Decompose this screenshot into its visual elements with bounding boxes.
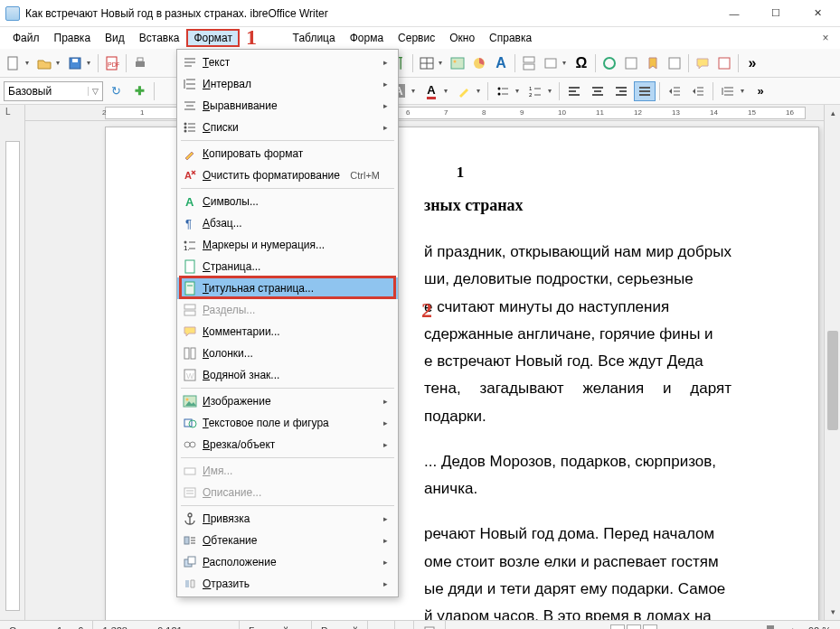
menu-format[interactable]: Формат bbox=[186, 29, 240, 47]
menu-edit[interactable]: Правка bbox=[47, 29, 99, 47]
font-color2-button[interactable]: A bbox=[420, 81, 442, 101]
menu-item-arrange[interactable]: Расположение▸ bbox=[177, 551, 398, 573]
dropdown-icon[interactable]: ▾ bbox=[411, 87, 419, 95]
dropdown-icon[interactable]: ▾ bbox=[56, 59, 63, 67]
single-page-view[interactable] bbox=[610, 624, 625, 630]
zoom-thumb[interactable] bbox=[767, 625, 774, 630]
toolbar2-overflow[interactable]: » bbox=[750, 81, 771, 101]
dropdown-icon[interactable]: ▾ bbox=[548, 87, 555, 95]
status-selection-mode[interactable] bbox=[395, 621, 414, 629]
bookmark-button[interactable] bbox=[643, 53, 663, 73]
menu-form[interactable]: Форма bbox=[343, 29, 391, 47]
comment-button[interactable] bbox=[693, 53, 713, 73]
menu-table[interactable]: Таблица bbox=[286, 29, 343, 47]
indent-inc-button[interactable] bbox=[664, 81, 685, 101]
scroll-down-icon[interactable]: ▾ bbox=[825, 604, 840, 620]
track-changes-button[interactable] bbox=[714, 53, 734, 73]
dropdown-icon[interactable]: ▾ bbox=[515, 87, 523, 95]
status-insert-mode[interactable] bbox=[368, 621, 395, 629]
menubar-close-doc[interactable]: × bbox=[816, 32, 835, 44]
menu-item-anchor[interactable]: Привязка▸ bbox=[177, 508, 398, 530]
menu-item-flip[interactable]: Отразить▸ bbox=[177, 573, 398, 595]
zoom-out-button[interactable]: − bbox=[663, 625, 675, 630]
close-button[interactable]: ✕ bbox=[797, 1, 838, 26]
menu-help[interactable]: Справка bbox=[482, 29, 539, 47]
scroll-thumb[interactable] bbox=[827, 331, 838, 430]
menu-item-para[interactable]: ¶Абзац... bbox=[177, 212, 398, 234]
open-button[interactable] bbox=[34, 53, 54, 73]
page-break-button[interactable] bbox=[519, 53, 539, 73]
dropdown-icon[interactable]: ▾ bbox=[87, 59, 94, 67]
status-style[interactable]: Базовый bbox=[240, 621, 312, 629]
menu-item-columns[interactable]: Колонки... bbox=[177, 343, 398, 364]
new-doc-button[interactable] bbox=[4, 53, 24, 73]
dropdown-icon[interactable]: ▾ bbox=[741, 87, 748, 95]
align-right-button[interactable] bbox=[610, 81, 632, 101]
image-button[interactable] bbox=[448, 53, 467, 73]
menu-item-bullets[interactable]: 1.Маркеры и нумерация... bbox=[177, 234, 398, 256]
dropdown-icon[interactable]: ▾ bbox=[444, 87, 451, 95]
maximize-button[interactable]: ☐ bbox=[755, 1, 797, 26]
horizontal-ruler[interactable]: 211234567891011121314151617 bbox=[25, 105, 824, 121]
status-page[interactable]: Страница 1 из 6 bbox=[0, 621, 93, 629]
line-spacing-button[interactable] bbox=[717, 81, 739, 101]
indent-dec-button[interactable] bbox=[687, 81, 709, 101]
chart-button[interactable] bbox=[469, 53, 489, 73]
dropdown-icon[interactable]: ▾ bbox=[562, 59, 570, 67]
menu-item-frame[interactable]: Врезка/объект▸ bbox=[177, 434, 398, 455]
menu-view[interactable]: Вид bbox=[98, 29, 132, 47]
menu-tools[interactable]: Сервис bbox=[391, 29, 442, 47]
menu-window[interactable]: Окно bbox=[442, 29, 482, 47]
export-pdf-button[interactable]: PDF bbox=[102, 53, 122, 73]
book-view[interactable] bbox=[643, 624, 657, 630]
special-char-button[interactable]: Ω bbox=[571, 53, 591, 73]
align-center-button[interactable] bbox=[587, 81, 609, 101]
zoom-in-button[interactable]: + bbox=[786, 625, 798, 630]
menu-item-wrap[interactable]: Обтекание▸ bbox=[177, 530, 398, 551]
zoom-value[interactable]: 90 % bbox=[799, 621, 840, 629]
scroll-up-icon[interactable]: ▴ bbox=[825, 105, 840, 121]
menu-item-brush[interactable]: Копировать формат bbox=[177, 143, 398, 164]
menu-file[interactable]: Файл bbox=[5, 29, 47, 47]
status-signature[interactable] bbox=[414, 621, 446, 629]
hyperlink-button[interactable] bbox=[599, 53, 619, 73]
save-button[interactable] bbox=[65, 53, 85, 73]
cross-ref-button[interactable] bbox=[665, 53, 684, 73]
dropdown-icon[interactable]: ▾ bbox=[439, 59, 446, 67]
menu-item-shape[interactable]: Текстовое поле и фигура▸ bbox=[177, 412, 398, 434]
status-language[interactable]: Русский bbox=[312, 621, 368, 629]
menu-item-clear[interactable]: AОчистить форматированиеCtrl+M bbox=[177, 164, 398, 186]
menu-item-comment[interactable]: Комментарии... bbox=[177, 321, 398, 343]
status-wordcount[interactable]: 1 328 слов, 9 121 символов bbox=[93, 621, 240, 629]
menu-item-page[interactable]: Страница... bbox=[177, 256, 398, 277]
table-button[interactable] bbox=[417, 53, 437, 73]
menu-item-align[interactable]: Выравнивание▸ bbox=[177, 95, 398, 117]
numbering-button[interactable]: 12 bbox=[524, 81, 546, 101]
toolbar-overflow[interactable]: » bbox=[742, 53, 762, 73]
menu-item-image[interactable]: Изображение▸ bbox=[177, 390, 398, 412]
print-button[interactable] bbox=[130, 53, 150, 73]
menu-item-text[interactable]: Текст▸ bbox=[177, 52, 398, 73]
dropdown-icon[interactable]: ▽ bbox=[88, 87, 99, 96]
menu-item-char[interactable]: AСимволы... bbox=[177, 191, 398, 212]
field-button[interactable] bbox=[541, 53, 561, 73]
multi-page-view[interactable] bbox=[627, 624, 641, 630]
dropdown-icon[interactable]: ▾ bbox=[25, 59, 33, 67]
menu-insert[interactable]: Вставка bbox=[132, 29, 187, 47]
menu-item-titlepage[interactable]: Титульная страница... bbox=[177, 277, 398, 299]
menu-item-spacing[interactable]: Интервал▸ bbox=[177, 73, 398, 95]
align-justify-button[interactable] bbox=[634, 81, 656, 101]
vertical-ruler[interactable] bbox=[5, 141, 20, 611]
new-style-button[interactable]: ✚ bbox=[128, 81, 150, 101]
paragraph-style-combo[interactable]: Базовый ▽ bbox=[4, 81, 103, 101]
update-style-button[interactable]: ↻ bbox=[105, 81, 127, 101]
dropdown-icon[interactable]: ▾ bbox=[477, 87, 484, 95]
align-left-button[interactable] bbox=[563, 81, 585, 101]
vertical-scrollbar[interactable]: ▴ ▾ bbox=[824, 105, 840, 620]
textbox-button[interactable]: A bbox=[491, 53, 511, 73]
menu-item-list[interactable]: Списки▸ bbox=[177, 117, 398, 138]
footnote-button[interactable] bbox=[621, 53, 641, 73]
menu-item-watermark[interactable]: WВодяной знак... bbox=[177, 364, 398, 386]
bullets-button[interactable] bbox=[492, 81, 514, 101]
minimize-button[interactable]: — bbox=[713, 1, 755, 26]
